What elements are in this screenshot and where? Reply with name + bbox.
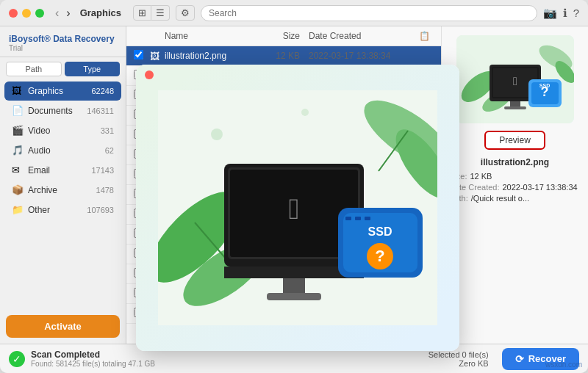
sidebar-item-label: Archive xyxy=(28,185,96,195)
titlebar-actions: 📷 ℹ ? xyxy=(543,7,579,20)
svg-text::  xyxy=(289,192,300,225)
svg-point-20 xyxy=(301,109,309,116)
scan-status-detail: Found: 581425 file(s) totaling 47.1 GB xyxy=(31,360,423,368)
header-date: Date Created xyxy=(309,31,419,41)
sidebar-header: iBoysoft® Data Recovery Trial xyxy=(0,26,126,57)
meta-size-row: Size: 12 KB xyxy=(449,172,581,181)
sidebar-item-label: Email xyxy=(28,165,91,175)
header-icon xyxy=(150,31,165,41)
svg-text:?: ? xyxy=(375,247,384,265)
view-toggle: ⊞ ☰ xyxy=(133,5,170,21)
back-button[interactable]: ‹ xyxy=(53,7,61,20)
activate-button[interactable]: Activate xyxy=(6,315,120,338)
svg-rect-32 xyxy=(283,278,305,293)
svg-rect-40 xyxy=(355,217,361,220)
sidebar-item-label: Graphics xyxy=(28,86,91,96)
graphics-icon: 🖼 xyxy=(12,85,24,97)
sidebar-item-video[interactable]: 🎬 Video 331 xyxy=(4,121,121,140)
documents-icon: 📄 xyxy=(12,105,24,117)
video-icon: 🎬 xyxy=(12,125,24,137)
file-icon: 🖼 xyxy=(150,51,165,62)
table-row[interactable]: 🖼 illustration2.png 12 KB 2022-03-17 13:… xyxy=(126,46,441,66)
file-date: 2022-03-17 13:38:34 xyxy=(309,51,419,61)
overlay-image:  SSD ? xyxy=(136,65,459,351)
help-icon[interactable]: ? xyxy=(573,7,579,20)
preview-meta: Size: 12 KB Date Created: 2022-03-17 13:… xyxy=(449,172,581,205)
audio-icon: 🎵 xyxy=(12,145,24,156)
sidebar-item-audio[interactable]: 🎵 Audio 62 xyxy=(4,141,121,160)
window-controls xyxy=(9,9,44,18)
sidebar-item-email[interactable]: ✉ Email 17143 xyxy=(4,161,121,180)
sidebar-list: 🖼 Graphics 62248 📄 Documents 146311 🎬 Vi… xyxy=(0,81,126,309)
svg-point-16 xyxy=(211,128,223,140)
list-view-button[interactable]: ☰ xyxy=(151,5,170,21)
header-check xyxy=(134,31,150,41)
overlay-preview:  SSD ? xyxy=(136,65,459,351)
trial-badge: Trial xyxy=(9,44,117,52)
type-tab[interactable]: Type xyxy=(65,62,121,76)
scan-status-title: Scan Completed xyxy=(31,350,423,360)
close-button[interactable] xyxy=(9,9,18,18)
sidebar-item-graphics[interactable]: 🖼 Graphics 62248 xyxy=(4,82,121,101)
svg-rect-9 xyxy=(510,101,520,106)
other-icon: 📁 xyxy=(12,204,24,216)
sidebar-item-count: 62248 xyxy=(91,87,114,95)
forward-button[interactable]: › xyxy=(64,7,72,20)
preview-thumbnail:  ? SSD xyxy=(456,35,574,123)
svg-rect-33 xyxy=(267,293,321,300)
file-name: illustration2.png xyxy=(165,51,250,61)
sidebar-item-archive[interactable]: 📦 Archive 1478 xyxy=(4,181,121,200)
svg-rect-39 xyxy=(345,217,351,220)
path-tab[interactable]: Path xyxy=(6,62,62,76)
selected-size: Zero KB xyxy=(429,359,489,368)
sidebar-item-documents[interactable]: 📄 Documents 146311 xyxy=(4,101,121,120)
maximize-button[interactable] xyxy=(35,9,44,18)
sidebar-tabs: Path Type xyxy=(0,57,126,81)
sidebar-item-count: 62 xyxy=(105,146,114,155)
sidebar-item-count: 146311 xyxy=(87,106,114,115)
svg-text:SSD: SSD xyxy=(539,83,549,88)
titlebar-title: Graphics xyxy=(80,7,121,18)
sidebar-item-count: 1478 xyxy=(96,186,114,195)
row-checkbox[interactable] xyxy=(134,50,143,59)
meta-path-row: Path: /Quick result o... xyxy=(449,194,581,203)
svg-text:SSD: SSD xyxy=(368,225,392,238)
sidebar-item-count: 107693 xyxy=(87,206,114,214)
sidebar-item-label: Other xyxy=(28,205,87,215)
info-icon[interactable]: ℹ xyxy=(563,7,567,20)
camera-icon[interactable]: 📷 xyxy=(543,7,557,20)
file-size: 12 KB xyxy=(250,51,309,61)
search-input[interactable] xyxy=(201,5,537,21)
email-icon: ✉ xyxy=(12,164,24,176)
svg-rect-41 xyxy=(365,217,370,220)
svg-text::  xyxy=(513,75,517,87)
meta-date-row: Date Created: 2022-03-17 13:38:34 xyxy=(449,183,581,192)
preview-button[interactable]: Preview xyxy=(484,131,545,150)
scan-complete-icon: ✓ xyxy=(9,351,25,367)
header-size: Size xyxy=(250,31,309,41)
watermark: wsxdn.com xyxy=(545,361,582,369)
sidebar-item-label: Audio xyxy=(28,145,105,156)
selected-files: Selected 0 file(s) xyxy=(429,350,489,359)
sidebar-item-label: Video xyxy=(28,126,101,136)
file-table-header: Name Size Date Created 📋 xyxy=(126,26,441,46)
header-name: Name xyxy=(165,31,250,41)
titlebar: ‹ › Graphics ⊞ ☰ ⚙ 📷 ℹ ? xyxy=(0,0,588,26)
selected-info: Selected 0 file(s) Zero KB xyxy=(429,350,489,368)
minimize-button[interactable] xyxy=(22,9,31,18)
path-value: /Quick result o... xyxy=(471,194,529,203)
app-name: iBoysoft® Data Recovery xyxy=(9,34,117,44)
sidebar: iBoysoft® Data Recovery Trial Path Type … xyxy=(0,26,126,344)
date-value: 2022-03-17 13:38:34 xyxy=(502,183,577,192)
sidebar-item-label: Documents xyxy=(28,106,87,116)
size-value: 12 KB xyxy=(470,172,492,181)
sidebar-item-other[interactable]: 📁 Other 107693 xyxy=(4,200,121,220)
scan-status: Scan Completed Found: 581425 file(s) tot… xyxy=(31,350,423,368)
filter-button[interactable]: ⚙ xyxy=(176,5,195,21)
sidebar-item-count: 331 xyxy=(101,126,114,135)
recover-icon: ⟳ xyxy=(515,353,524,365)
grid-view-button[interactable]: ⊞ xyxy=(133,5,151,21)
nav-arrows: ‹ › xyxy=(53,7,73,20)
overlay-close-button[interactable] xyxy=(145,70,154,79)
preview-panel:  ? SSD Preview illustration2.png Size xyxy=(441,26,588,344)
